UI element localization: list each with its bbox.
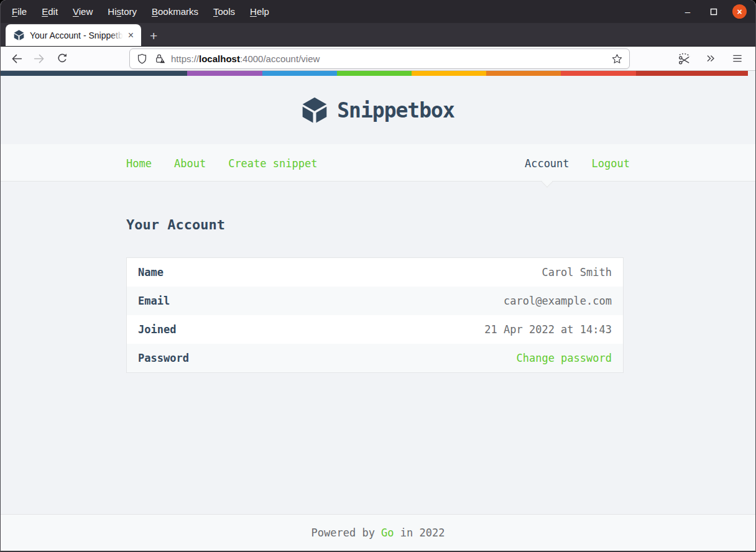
table-row-joined: Joined 21 Apr 2022 at 14:43	[127, 315, 624, 344]
row-label: Email	[127, 287, 290, 315]
close-button[interactable]: ×	[732, 4, 747, 19]
menu-help[interactable]: Help	[242, 4, 277, 19]
forward-button[interactable]	[30, 49, 48, 68]
tab-your-account[interactable]: Your Account - Snippetbox ×	[6, 24, 141, 46]
menu-view[interactable]: View	[65, 4, 100, 19]
menubar: File Edit View History Bookmarks Tools H…	[1, 0, 755, 23]
site-footer: Powered by Go in 2022	[1, 514, 755, 551]
overflow-chevron-icon[interactable]	[703, 49, 719, 68]
window-controls: – ×	[680, 4, 752, 19]
browser-window: File Edit View History Bookmarks Tools H…	[0, 0, 756, 552]
snippetbox-logo-icon[interactable]	[302, 96, 328, 124]
url-bar[interactable]: https://localhost:4000/account/view	[129, 48, 630, 69]
tab-title-fade	[110, 27, 126, 43]
footer-text-suffix: in 2022	[394, 527, 445, 539]
bookmark-star-icon[interactable]	[611, 53, 623, 65]
hamburger-menu-icon[interactable]	[729, 49, 745, 68]
row-value: carol@example.com	[290, 287, 624, 315]
site-header: Snippetbox	[1, 76, 755, 144]
url-path: :4000/account/view	[240, 53, 320, 64]
navigation-toolbar: https://localhost:4000/account/view	[1, 47, 755, 71]
row-value: 21 Apr 2022 at 14:43	[290, 315, 624, 344]
screenshot-scissors-icon[interactable]	[676, 49, 692, 68]
nav-logout-link[interactable]: Logout	[592, 157, 630, 170]
padlock-warning-icon[interactable]	[154, 53, 165, 65]
row-label: Name	[127, 258, 290, 287]
menu-tools[interactable]: Tools	[206, 4, 242, 19]
tab-bar: Your Account - Snippetbox × +	[1, 23, 755, 47]
toolbar-right-icons	[676, 49, 749, 68]
reload-button[interactable]	[53, 49, 71, 68]
footer-go-link[interactable]: Go	[381, 527, 394, 539]
url-host: localhost	[199, 53, 240, 64]
page-content: Snippetbox Home About Create snippet Acc…	[1, 71, 755, 551]
menu-history[interactable]: History	[100, 4, 144, 19]
tab-close-icon[interactable]: ×	[126, 29, 136, 42]
account-table: Name Carol Smith Email carol@example.com…	[126, 257, 624, 373]
url-text[interactable]: https://localhost:4000/account/view	[171, 53, 606, 64]
menu-edit[interactable]: Edit	[34, 4, 65, 19]
nav-right: Account Logout	[502, 157, 630, 170]
snippetbox-favicon-icon	[14, 30, 24, 40]
site-nav: Home About Create snippet Account Logout	[1, 144, 755, 182]
row-value: Carol Smith	[290, 258, 624, 287]
table-row-email: Email carol@example.com	[127, 287, 624, 315]
table-row-name: Name Carol Smith	[127, 258, 624, 287]
nav-left: Home About Create snippet	[126, 157, 339, 170]
row-label: Password	[127, 344, 290, 373]
url-scheme: https://	[171, 53, 199, 64]
nav-account-link[interactable]: Account	[525, 157, 569, 170]
tracking-shield-icon[interactable]	[136, 53, 148, 65]
row-label: Joined	[127, 315, 290, 344]
maximize-button[interactable]	[706, 4, 721, 19]
brand-title[interactable]: Snippetbox	[337, 98, 454, 122]
main-content: Your Account Name Carol Smith Email caro…	[1, 182, 755, 514]
change-password-link[interactable]: Change password	[516, 352, 612, 364]
footer-text-prefix: Powered by	[311, 527, 382, 539]
header-color-stripe	[1, 71, 748, 76]
nav-create-snippet-link[interactable]: Create snippet	[228, 157, 317, 170]
nav-home-link[interactable]: Home	[126, 157, 152, 170]
page-title: Your Account	[126, 214, 630, 235]
new-tab-button[interactable]: +	[150, 29, 157, 42]
nav-about-link[interactable]: About	[174, 157, 206, 170]
back-button[interactable]	[7, 49, 25, 68]
table-row-password: Password Change password	[127, 344, 624, 373]
menu-bookmarks[interactable]: Bookmarks	[144, 4, 206, 19]
minimize-button[interactable]: –	[680, 4, 695, 19]
window-maximize-icon	[710, 8, 717, 16]
menu-file[interactable]: File	[4, 4, 34, 19]
